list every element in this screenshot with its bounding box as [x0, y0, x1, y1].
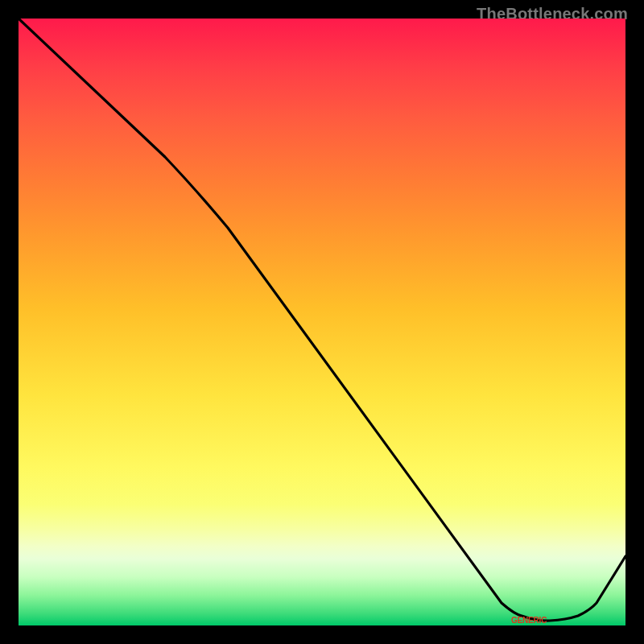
chart-container: TheBottleneck.com GENERIC [0, 0, 644, 644]
chart-plot-area [19, 19, 625, 625]
highlight-band-label: GENERIC [511, 616, 547, 625]
